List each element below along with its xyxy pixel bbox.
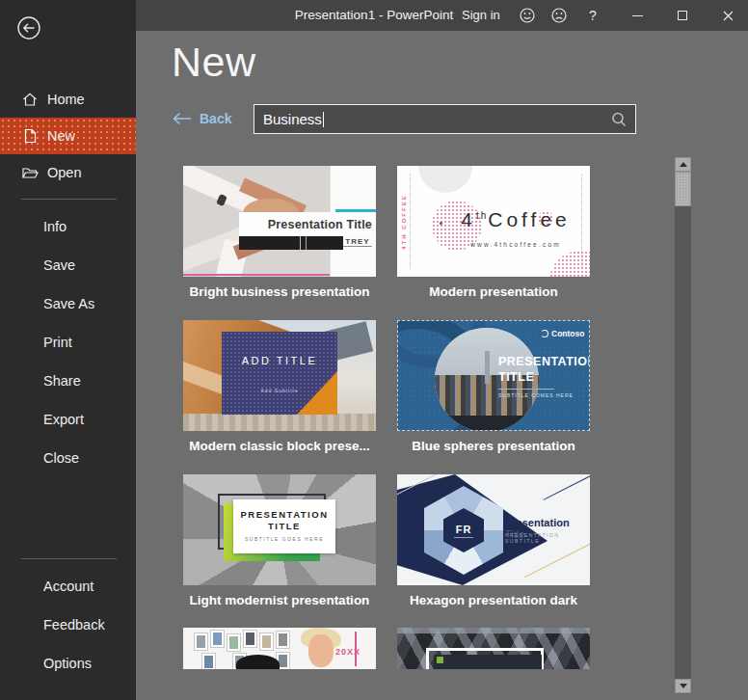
- powerpoint-backstage-window: Presentation1 - PowerPoint Sign in ? Hom…: [0, 0, 748, 700]
- sidebar-item-label: Account: [43, 579, 94, 594]
- thumb-year-text: 20XX: [335, 647, 361, 657]
- sidebar-item-close[interactable]: Close: [0, 439, 136, 477]
- template-tile-partial-steel[interactable]: [397, 628, 590, 669]
- vertical-scrollbar[interactable]: [675, 157, 691, 693]
- thumb-title: Presentation Title: [268, 218, 376, 231]
- template-tile-bright-business[interactable]: Presentation Title TREY Bright business …: [183, 166, 376, 299]
- sidebar-item-open[interactable]: Open: [0, 154, 136, 191]
- search-value: Business: [263, 111, 322, 127]
- scroll-up-button[interactable]: [675, 157, 691, 172]
- template-thumbnail: 20XX: [183, 628, 376, 669]
- back-label: Back: [200, 111, 231, 126]
- template-tile-blue-spheres[interactable]: PRESENTATIONTITLE SUBTITLE COMES HERE Co…: [397, 320, 590, 453]
- window-title: Presentation1 - PowerPoint: [295, 0, 453, 31]
- template-tile-partial-photo-wall[interactable]: 20XX: [183, 628, 376, 669]
- smiley-feedback-icon[interactable]: [519, 7, 536, 24]
- back-arrow-icon: [173, 112, 192, 125]
- scrollbar-thumb[interactable]: [675, 172, 691, 206]
- sidebar-item-label: Save: [43, 257, 75, 273]
- template-label: Modern presentation: [397, 284, 590, 299]
- sidebar-divider: [21, 199, 117, 200]
- backstage-sidebar: Home New Open Info Save Save As Print Sh…: [0, 0, 136, 700]
- sidebar-item-save[interactable]: Save: [0, 246, 136, 284]
- sidebar-divider: [21, 558, 117, 559]
- sidebar-item-home[interactable]: Home: [0, 81, 136, 118]
- thumb-logo: TREY: [343, 237, 372, 247]
- template-thumbnail: 4TH COFFEE 4thCoffee www.4thcoffee.com: [397, 166, 590, 277]
- template-label: Bright business presentation: [183, 284, 376, 299]
- sidebar-item-export[interactable]: Export: [0, 400, 136, 439]
- template-tile-light-modernist[interactable]: PRESENTATIONTITLE SUBTITLE GOES HERE Lig…: [183, 474, 376, 607]
- thumb-side-text: 4TH COFFEE: [401, 193, 407, 251]
- new-page-content: New Back Business Presentation Title TRE…: [136, 31, 748, 700]
- sidebar-item-new[interactable]: New: [0, 118, 136, 154]
- sidebar-item-label: Options: [43, 656, 92, 671]
- home-icon: [21, 91, 39, 108]
- sidebar-item-label: Close: [43, 450, 79, 466]
- sidebar-item-label: Info: [43, 219, 67, 234]
- sidebar-item-label: Export: [43, 412, 84, 427]
- template-thumbnail: [397, 628, 590, 669]
- sidebar-item-label: Feedback: [43, 617, 105, 633]
- thumb-title: PRESENTATIONTITLE: [233, 509, 335, 532]
- template-search-input[interactable]: Business: [254, 104, 636, 134]
- frowny-feedback-icon[interactable]: [550, 7, 568, 24]
- template-thumbnail: PRESENTATIONTITLE SUBTITLE GOES HERE: [183, 474, 376, 585]
- contoso-logo: Contoso: [541, 329, 584, 338]
- sidebar-item-options[interactable]: Options: [0, 644, 136, 683]
- thumb-url: www.4thcoffee.com: [447, 241, 584, 248]
- sidebar-item-label: Print: [43, 335, 72, 350]
- minimize-button[interactable]: [621, 0, 654, 31]
- text-caret: [323, 112, 324, 127]
- template-tile-modern[interactable]: 4TH COFFEE 4thCoffee www.4thcoffee.com M…: [397, 166, 590, 299]
- sidebar-item-label: Home: [47, 92, 85, 107]
- scroll-down-button[interactable]: [675, 679, 691, 693]
- template-thumbnail: Presentation Title TREY: [183, 166, 376, 277]
- back-to-templates-link[interactable]: Back: [173, 104, 231, 133]
- close-window-button[interactable]: [711, 0, 744, 31]
- sidebar-item-account[interactable]: Account: [0, 567, 136, 606]
- sidebar-item-info[interactable]: Info: [0, 207, 136, 246]
- help-icon[interactable]: ?: [586, 0, 600, 31]
- sidebar-item-save-as[interactable]: Save As: [0, 284, 136, 323]
- search-icon[interactable]: [610, 111, 628, 132]
- template-label: Blue spheres presentation: [397, 439, 590, 453]
- thumb-subtitle: PRESENTATION SUBTITLE: [505, 532, 590, 544]
- thumb-title: PRESENTATIONTITLE: [498, 354, 590, 385]
- sidebar-item-print[interactable]: Print: [0, 323, 136, 362]
- new-file-icon: [21, 127, 39, 145]
- template-thumbnail: FR Presentation Title PRESENTATION SUBTI…: [397, 474, 590, 585]
- maximize-button[interactable]: [666, 0, 699, 31]
- back-circle-button[interactable]: [16, 15, 41, 40]
- template-tile-hexagon-dark[interactable]: FR Presentation Title PRESENTATION SUBTI…: [397, 474, 590, 607]
- page-title: New: [172, 39, 256, 86]
- sidebar-item-label: Open: [47, 165, 81, 180]
- template-thumbnail: PRESENTATIONTITLE SUBTITLE COMES HERE Co…: [397, 320, 590, 431]
- template-thumbnail: ADD TITLE Add Subtitle: [183, 320, 376, 431]
- thumb-brand: 4thCoffee: [447, 208, 584, 231]
- sidebar-item-label: Save As: [43, 296, 94, 311]
- sidebar-item-feedback[interactable]: Feedback: [0, 606, 136, 644]
- sidebar-item-share[interactable]: Share: [0, 362, 136, 400]
- thumb-title: ADD TITLE: [222, 355, 337, 366]
- sidebar-item-label: Share: [43, 373, 81, 389]
- template-label: Modern classic block prese...: [183, 439, 376, 453]
- open-folder-icon: [21, 164, 39, 181]
- thumb-subtitle: SUBTITLE COMES HERE: [498, 392, 574, 398]
- template-label: Hexagon presentation dark: [397, 593, 590, 607]
- sign-in-link[interactable]: Sign in: [462, 0, 500, 31]
- template-tile-modern-classic-block[interactable]: ADD TITLE Add Subtitle Modern classic bl…: [183, 320, 376, 453]
- template-label: Light modernist presentation: [183, 593, 376, 607]
- thumb-subtitle: SUBTITLE GOES HERE: [233, 536, 335, 542]
- sidebar-item-label: New: [47, 128, 75, 144]
